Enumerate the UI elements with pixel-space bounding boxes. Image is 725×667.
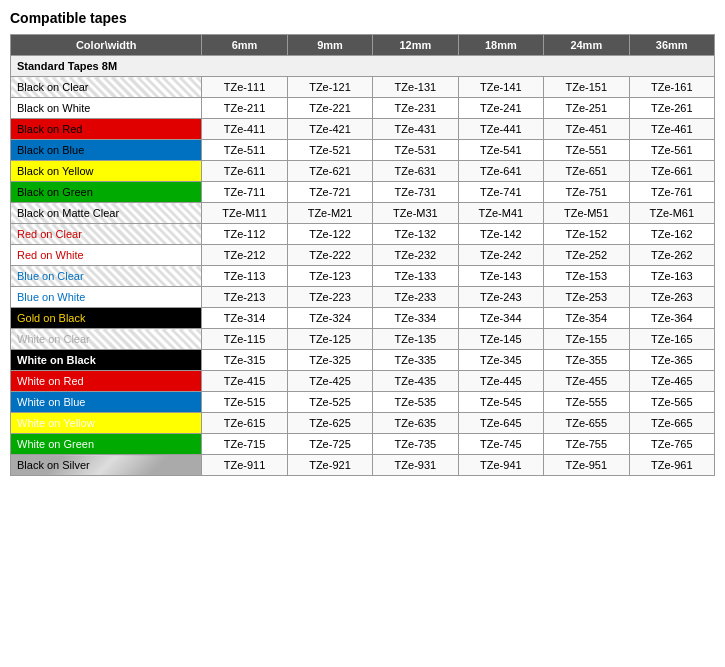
tape-code-cell: TZe-625	[287, 413, 372, 434]
tape-code-cell: TZe-611	[202, 161, 287, 182]
tape-code-cell: TZe-755	[544, 434, 629, 455]
page-title: Compatible tapes	[10, 10, 715, 26]
tape-code-cell: TZe-232	[373, 245, 458, 266]
table-row: Red on WhiteTZe-212TZe-222TZe-232TZe-242…	[11, 245, 715, 266]
color-label-cell: Black on Matte Clear	[11, 203, 202, 224]
tape-code-cell: TZe-131	[373, 77, 458, 98]
tape-code-cell: TZe-951	[544, 455, 629, 476]
table-row: Black on ClearTZe-111TZe-121TZe-131TZe-1…	[11, 77, 715, 98]
color-label-cell: Black on White	[11, 98, 202, 119]
table-row: White on RedTZe-415TZe-425TZe-435TZe-445…	[11, 371, 715, 392]
tape-code-cell: TZe-651	[544, 161, 629, 182]
tape-code-cell: TZe-222	[287, 245, 372, 266]
tape-code-cell: TZe-941	[458, 455, 543, 476]
tape-code-cell: TZe-M31	[373, 203, 458, 224]
section-header-row: Standard Tapes 8M	[11, 56, 715, 77]
section-header-label: Standard Tapes 8M	[11, 56, 715, 77]
tape-code-cell: TZe-635	[373, 413, 458, 434]
col-header-6mm: 6mm	[202, 35, 287, 56]
tape-code-cell: TZe-364	[629, 308, 715, 329]
tape-code-cell: TZe-213	[202, 287, 287, 308]
table-row: Black on Matte ClearTZe-M11TZe-M21TZe-M3…	[11, 203, 715, 224]
tape-code-cell: TZe-765	[629, 434, 715, 455]
tape-code-cell: TZe-961	[629, 455, 715, 476]
compatibility-table: Color\width 6mm 9mm 12mm 18mm 24mm 36mm …	[10, 34, 715, 476]
tape-code-cell: TZe-735	[373, 434, 458, 455]
tape-code-cell: TZe-M61	[629, 203, 715, 224]
tape-code-cell: TZe-655	[544, 413, 629, 434]
tape-code-cell: TZe-461	[629, 119, 715, 140]
tape-code-cell: TZe-262	[629, 245, 715, 266]
tape-code-cell: TZe-223	[287, 287, 372, 308]
col-header-9mm: 9mm	[287, 35, 372, 56]
col-header-18mm: 18mm	[458, 35, 543, 56]
tape-code-cell: TZe-921	[287, 455, 372, 476]
tape-code-cell: TZe-751	[544, 182, 629, 203]
tape-code-cell: TZe-665	[629, 413, 715, 434]
tape-code-cell: TZe-M51	[544, 203, 629, 224]
color-label-cell: Red on Clear	[11, 224, 202, 245]
tape-code-cell: TZe-141	[458, 77, 543, 98]
tape-code-cell: TZe-325	[287, 350, 372, 371]
tape-code-cell: TZe-263	[629, 287, 715, 308]
tape-code-cell: TZe-241	[458, 98, 543, 119]
tape-code-cell: TZe-455	[544, 371, 629, 392]
tape-code-cell: TZe-253	[544, 287, 629, 308]
table-row: Black on RedTZe-411TZe-421TZe-431TZe-441…	[11, 119, 715, 140]
tape-code-cell: TZe-715	[202, 434, 287, 455]
tape-code-cell: TZe-221	[287, 98, 372, 119]
color-label-cell: Gold on Black	[11, 308, 202, 329]
tape-code-cell: TZe-565	[629, 392, 715, 413]
tape-code-cell: TZe-143	[458, 266, 543, 287]
tape-code-cell: TZe-133	[373, 266, 458, 287]
tape-code-cell: TZe-152	[544, 224, 629, 245]
tape-code-cell: TZe-621	[287, 161, 372, 182]
tape-code-cell: TZe-431	[373, 119, 458, 140]
tape-code-cell: TZe-661	[629, 161, 715, 182]
tape-code-cell: TZe-145	[458, 329, 543, 350]
tape-code-cell: TZe-725	[287, 434, 372, 455]
tape-code-cell: TZe-161	[629, 77, 715, 98]
table-row: Black on GreenTZe-711TZe-721TZe-731TZe-7…	[11, 182, 715, 203]
table-row: White on GreenTZe-715TZe-725TZe-735TZe-7…	[11, 434, 715, 455]
tape-code-cell: TZe-135	[373, 329, 458, 350]
table-row: Black on YellowTZe-611TZe-621TZe-631TZe-…	[11, 161, 715, 182]
col-header-12mm: 12mm	[373, 35, 458, 56]
tape-code-cell: TZe-163	[629, 266, 715, 287]
tape-code-cell: TZe-561	[629, 140, 715, 161]
tape-code-cell: TZe-435	[373, 371, 458, 392]
table-row: White on ClearTZe-115TZe-125TZe-135TZe-1…	[11, 329, 715, 350]
tape-code-cell: TZe-545	[458, 392, 543, 413]
tape-code-cell: TZe-142	[458, 224, 543, 245]
tape-code-cell: TZe-441	[458, 119, 543, 140]
tape-code-cell: TZe-153	[544, 266, 629, 287]
tape-code-cell: TZe-112	[202, 224, 287, 245]
color-label-cell: Black on Silver	[11, 455, 202, 476]
tape-code-cell: TZe-541	[458, 140, 543, 161]
col-header-24mm: 24mm	[544, 35, 629, 56]
tape-code-cell: TZe-334	[373, 308, 458, 329]
tape-code-cell: TZe-531	[373, 140, 458, 161]
tape-code-cell: TZe-365	[629, 350, 715, 371]
tape-code-cell: TZe-155	[544, 329, 629, 350]
table-row: Red on ClearTZe-112TZe-122TZe-132TZe-142…	[11, 224, 715, 245]
tape-code-cell: TZe-741	[458, 182, 543, 203]
tape-code-cell: TZe-111	[202, 77, 287, 98]
tape-code-cell: TZe-261	[629, 98, 715, 119]
tape-code-cell: TZe-M41	[458, 203, 543, 224]
tape-code-cell: TZe-314	[202, 308, 287, 329]
tape-code-cell: TZe-242	[458, 245, 543, 266]
tape-code-cell: TZe-421	[287, 119, 372, 140]
tape-code-cell: TZe-121	[287, 77, 372, 98]
tape-code-cell: TZe-354	[544, 308, 629, 329]
tape-code-cell: TZe-731	[373, 182, 458, 203]
tape-code-cell: TZe-631	[373, 161, 458, 182]
tape-code-cell: TZe-151	[544, 77, 629, 98]
tape-code-cell: TZe-132	[373, 224, 458, 245]
tape-code-cell: TZe-324	[287, 308, 372, 329]
table-row: Blue on ClearTZe-113TZe-123TZe-133TZe-14…	[11, 266, 715, 287]
tape-code-cell: TZe-761	[629, 182, 715, 203]
tape-code-cell: TZe-165	[629, 329, 715, 350]
tape-code-cell: TZe-115	[202, 329, 287, 350]
tape-code-cell: TZe-233	[373, 287, 458, 308]
